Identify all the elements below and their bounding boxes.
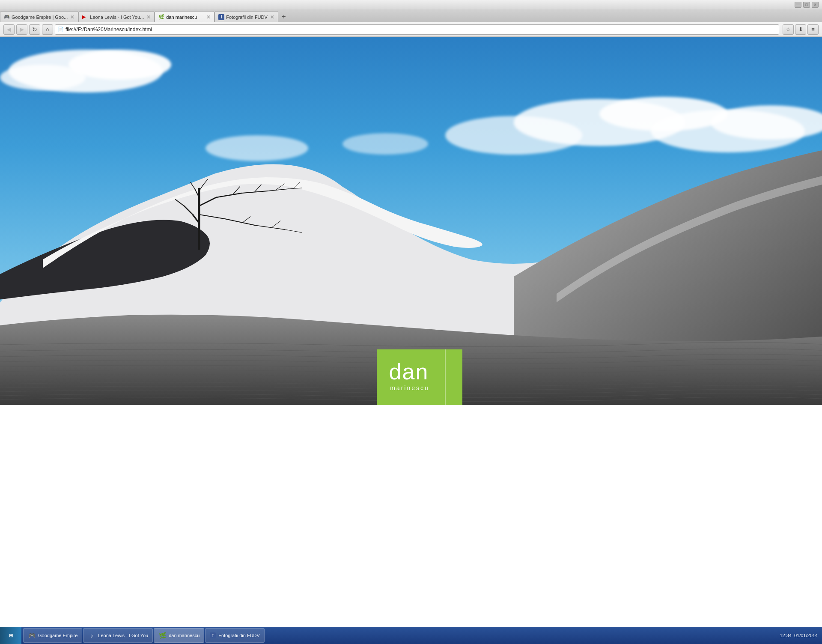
tab-fotografii[interactable]: f Fotografii din FUDV ✕ <box>214 11 278 22</box>
address-file-icon: 📄 <box>58 27 64 32</box>
tab-favicon-leona: ▶ <box>82 14 88 20</box>
taskbar-label-dan: dan marinescu <box>169 633 200 638</box>
svg-point-3 <box>0 65 86 90</box>
taskbar-item-leona[interactable]: ♪ Leona Lewis - I Got You <box>83 628 153 643</box>
new-tab-button[interactable]: + <box>278 12 289 21</box>
svg-text:marinescu: marinescu <box>390 385 429 391</box>
hero-image: dan marinescu <box>0 37 822 405</box>
tab-label-goodgame: Goodgame Empire | Goo... <box>12 15 68 20</box>
tab-close-goodgame[interactable]: ✕ <box>68 14 74 20</box>
tray-date: 01/01/2014 <box>794 633 818 638</box>
tab-leona[interactable]: ▶ Leona Lewis - I Got You... ✕ <box>78 11 155 22</box>
tab-favicon-fotografii: f <box>218 14 224 20</box>
taskbar-label-goodgame: Goodgame Empire <box>38 633 77 638</box>
bookmark-button[interactable]: ☆ <box>783 24 794 35</box>
taskbar: ⊞ 🎮 Goodgame Empire ♪ Leona Lewis - I Go… <box>0 627 822 644</box>
tab-favicon-dan: 🌿 <box>158 14 164 20</box>
forward-button[interactable]: ▶ <box>16 24 27 35</box>
tab-close-dan[interactable]: ✕ <box>204 14 211 20</box>
nav-actions: ☆ ⬇ ≡ <box>783 24 819 35</box>
taskbar-label-leona: Leona Lewis - I Got You <box>98 633 148 638</box>
tab-dan-marinescu[interactable]: 🌿 dan marinescu ✕ <box>155 11 214 22</box>
page-content: dan marinescu <box>0 37 822 644</box>
taskbar-icon-dan: 🌿 <box>158 632 166 639</box>
svg-text:dan: dan <box>389 359 429 384</box>
taskbar-items: 🎮 Goodgame Empire ♪ Leona Lewis - I Got … <box>21 628 775 643</box>
taskbar-item-dan[interactable]: 🌿 dan marinescu <box>154 628 204 643</box>
svg-point-8 <box>445 116 582 155</box>
minimize-button[interactable]: — <box>795 2 801 8</box>
browser-frame: — □ ✕ 🎮 Goodgame Empire | Goo... ✕ ▶ Leo… <box>0 0 822 644</box>
close-button[interactable]: ✕ <box>812 2 819 8</box>
tab-label-fotografii: Fotografii din FUDV <box>226 15 268 20</box>
maximize-button[interactable]: □ <box>803 2 810 8</box>
taskbar-item-fotografii[interactable]: f Fotografii din FUDV <box>205 628 265 643</box>
tab-goodgame[interactable]: 🎮 Goodgame Empire | Goo... ✕ <box>0 11 78 22</box>
menu-button[interactable]: ≡ <box>807 24 819 35</box>
home-button[interactable]: ⌂ <box>42 24 53 35</box>
tray-time: 12:34 <box>780 633 792 638</box>
tab-favicon-goodgame: 🎮 <box>4 14 10 20</box>
scene-svg: dan marinescu <box>0 37 822 405</box>
taskbar-icon-goodgame: 🎮 <box>28 632 36 639</box>
start-button[interactable]: ⊞ <box>0 627 21 644</box>
download-button[interactable]: ⬇ <box>795 24 806 35</box>
taskbar-icon-leona: ♪ <box>88 632 95 639</box>
back-button[interactable]: ◀ <box>3 24 15 35</box>
below-hero-content <box>0 405 822 644</box>
address-bar[interactable]: 📄 file:///F:/Dan%20Marinescu/index.html <box>55 24 779 35</box>
address-text: file:///F:/Dan%20Marinescu/index.html <box>66 27 776 33</box>
window-controls: — □ ✕ <box>795 2 819 8</box>
svg-point-10 <box>342 133 428 155</box>
tab-label-dan: dan marinescu <box>166 15 197 20</box>
taskbar-label-fotografii: Fotografii din FUDV <box>218 633 260 638</box>
refresh-button[interactable]: ↻ <box>29 24 40 35</box>
taskbar-tray: 12:34 01/01/2014 <box>775 633 822 638</box>
svg-point-9 <box>206 135 308 161</box>
taskbar-icon-fotografii: f <box>210 632 216 638</box>
title-bar: — □ ✕ <box>0 0 822 9</box>
taskbar-item-goodgame[interactable]: 🎮 Goodgame Empire <box>23 628 82 643</box>
tab-close-fotografii[interactable]: ✕ <box>268 14 274 20</box>
tab-close-leona[interactable]: ✕ <box>144 14 151 20</box>
nav-bar: ◀ ▶ ↻ ⌂ 📄 file:///F:/Dan%20Marinescu/ind… <box>0 22 822 37</box>
tab-label-leona: Leona Lewis - I Got You... <box>90 15 144 20</box>
tab-bar: 🎮 Goodgame Empire | Goo... ✕ ▶ Leona Lew… <box>0 9 822 22</box>
